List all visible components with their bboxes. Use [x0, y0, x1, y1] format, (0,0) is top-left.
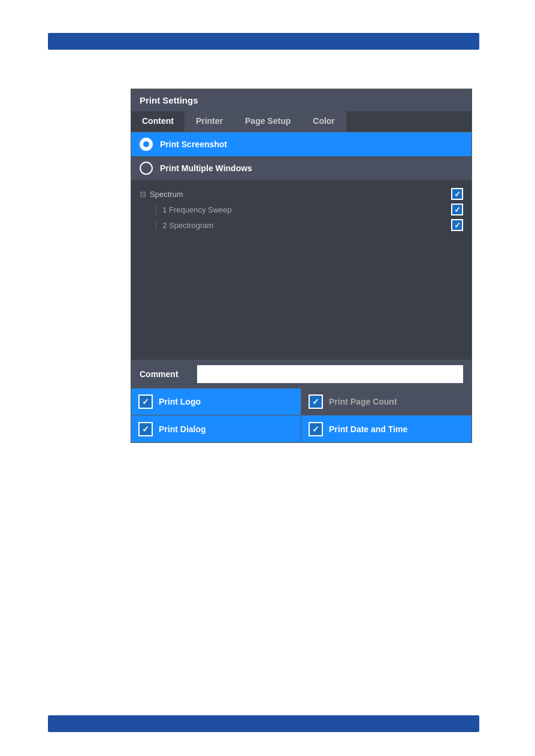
option-print-logo[interactable]: Print Logo	[131, 388, 301, 415]
print-logo-label: Print Logo	[159, 397, 201, 406]
checkbox-print-page-count[interactable]	[309, 394, 323, 409]
checkbox-print-dialog[interactable]	[138, 422, 153, 436]
comment-label: Comment	[140, 369, 188, 379]
checkbox-frequency-sweep[interactable]	[451, 204, 463, 215]
print-date-time-label: Print Date and Time	[329, 424, 407, 434]
tree-item-spectrum[interactable]: ⊟ Spectrum	[140, 186, 463, 202]
print-settings-dialog: Print Settings Content Printer Page Setu…	[131, 89, 472, 443]
tree-line-1: │	[154, 205, 159, 214]
tab-printer[interactable]: Printer	[185, 111, 234, 132]
tabs-container: Content Printer Page Setup Color	[131, 111, 471, 132]
tree-spectrum-label: Spectrum	[150, 190, 183, 199]
tree-spectrogram-label: 2 Spectrogram	[162, 221, 213, 230]
tab-color[interactable]: Color	[302, 111, 346, 132]
tab-content[interactable]: Content	[131, 111, 185, 132]
checkbox-print-date-time[interactable]	[309, 422, 323, 436]
radio-print-multiple[interactable]: Print Multiple Windows	[131, 156, 471, 180]
option-print-date-time[interactable]: Print Date and Time	[301, 415, 471, 442]
radio-circle-multiple	[140, 162, 153, 175]
bottom-bar	[48, 715, 479, 732]
radio-circle-screenshot	[140, 138, 153, 151]
dialog-title: Print Settings	[140, 95, 198, 105]
tree-item-frequency-sweep[interactable]: │ 1 Frequency Sweep	[154, 202, 463, 217]
tree-area: ⊟ Spectrum │ 1 Frequency Sweep │ 2 Spect…	[131, 180, 471, 360]
tree-item-spectrogram[interactable]: │ 2 Spectrogram	[154, 217, 463, 233]
tree-line-2: │	[154, 221, 159, 230]
comment-row: Comment	[131, 360, 471, 388]
tab-page-setup[interactable]: Page Setup	[234, 111, 302, 132]
checkbox-spectrum[interactable]	[451, 188, 463, 200]
option-print-page-count[interactable]: Print Page Count	[301, 388, 471, 415]
option-print-dialog[interactable]: Print Dialog	[131, 415, 301, 442]
checkbox-spectrogram[interactable]	[451, 219, 463, 231]
dialog-header: Print Settings	[131, 89, 471, 111]
tree-frequency-sweep-label: 1 Frequency Sweep	[162, 205, 232, 214]
print-dialog-label: Print Dialog	[159, 424, 206, 434]
top-bar	[48, 33, 479, 50]
radio-screenshot-label: Print Screenshot	[160, 139, 227, 149]
radio-print-screenshot[interactable]: Print Screenshot	[131, 132, 471, 156]
bottom-options: Print Logo Print Page Count Print Dialog…	[131, 388, 471, 442]
comment-input[interactable]	[197, 365, 463, 383]
radio-multiple-label: Print Multiple Windows	[160, 163, 252, 173]
checkbox-print-logo[interactable]	[138, 394, 153, 409]
print-page-count-label: Print Page Count	[329, 397, 397, 406]
tree-collapse-icon: ⊟	[140, 190, 146, 199]
